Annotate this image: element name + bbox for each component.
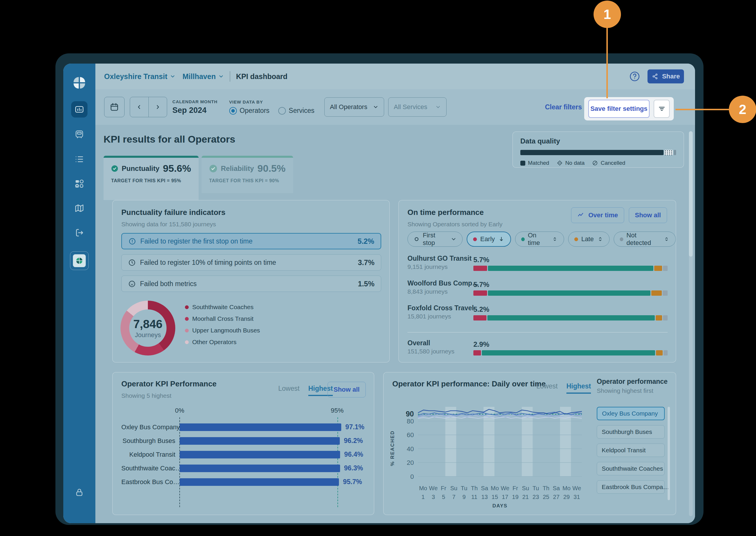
cancelled-icon [592,160,598,166]
failure-row-first-stop[interactable]: Failed to register the first stop on tim… [121,233,381,249]
kpi-show-all-button[interactable]: Show all [327,382,366,397]
services-select[interactable]: All Services [388,97,447,117]
nav-list-icon[interactable] [71,151,87,167]
x-axis-day-numbers: 135791113151719212325272931 [418,494,582,500]
daily-lowest-toggle[interactable]: Lowest [536,382,558,394]
tab-reliability[interactable]: Reliability 90.5% TARGET FOR THIS KPI = … [201,156,293,193]
data-quality-bar [520,150,676,155]
check-circle-icon [209,164,217,173]
operator-name: Foxfold Cross Travel [407,304,470,312]
operator-panel-title: Operator performance [597,378,668,385]
kpi-bar-row: Southburgh Buses96.2% [121,434,366,448]
filter-settings-button[interactable] [654,100,670,118]
next-month-button[interactable] [149,97,167,117]
bar-segment [664,350,668,355]
calendar-icon [110,102,119,112]
on-time-dot-icon [521,237,525,241]
nav-vehicle-icon[interactable] [71,126,87,142]
legend-dot [185,329,189,332]
failure-row-both-metrics[interactable]: Failed both metrics 1.5% [121,276,381,292]
on-time-chip[interactable]: On time [515,232,564,247]
help-button[interactable] [628,70,641,83]
operators-select[interactable]: All Operators [324,97,384,117]
otp-row-foxfold: Foxfold Cross Travel 15,801 journeys 5.2… [407,302,668,320]
operators-radio[interactable]: Operators [229,107,269,115]
y-tick-label: 20 [407,459,414,467]
donut-legend: Souththwaite Coaches Moorhall Cross Tran… [185,301,260,348]
nav-analytics-icon[interactable] [71,101,87,117]
late-chip[interactable]: Late [568,232,609,247]
lowest-toggle[interactable]: Lowest [278,385,299,396]
filter-icon [658,105,666,113]
otp-row-oulhurst: Oulhurst GO Transit 9,151 journeys 5.7% [407,253,668,271]
operator-label: Southburgh Buses [121,437,175,445]
operator-panel-subtitle: Showing highest first [597,387,668,394]
x-axis-label: DAYS [418,503,582,509]
clear-filters-link[interactable]: Clear filters [545,103,582,111]
breadcrumb-region[interactable]: Oxleyshire Transit [104,72,176,81]
share-button[interactable]: Share [647,69,684,84]
day-name-tick: Fr [510,485,520,492]
bar-track: 96.2% [180,437,366,445]
nav-categories-icon[interactable] [71,176,87,192]
lock-icon[interactable] [71,484,87,500]
breadcrumb-area[interactable]: Millhaven [183,72,224,81]
dq-matched-segment [520,150,664,155]
filter-bar: CALENDAR MONTH Sep 2024 VIEW DATA BY Ope… [95,89,695,125]
data-quality-card: Data quality Matched No data Cancelled [512,131,684,168]
prev-month-button[interactable] [130,97,149,117]
clock-icon [128,259,136,267]
day-name-tick: Sa [551,485,562,492]
operator-list-item[interactable]: Eastbrook Bus Compa… [597,480,665,494]
early-percent: 5.7% [473,281,489,289]
legend-item-matched: Matched [520,160,549,166]
kpi-bar-value: 96.4% [344,451,363,458]
x-axis-day-names: MoWeFrSuTuThSaMoWeFrSuTuThSaMoWe [418,485,582,492]
window-scrollbar-thumb[interactable] [689,131,693,257]
day-number-tick: 11 [469,494,479,500]
nav-logout-icon[interactable] [71,224,87,241]
partner-app-button[interactable] [70,251,89,270]
chevron-down-icon [451,236,457,242]
operator-list-scrollbar[interactable] [668,407,670,500]
kpi-bar [180,437,340,445]
on-time-performance-card: On time performance Showing Operators so… [398,200,676,362]
month-nav [130,97,167,117]
tab-punctuality[interactable]: Punctuality 95.6% TARGET FOR THIS KPI = … [104,156,199,200]
legend-label: Moorhall Cross Transit [192,315,254,322]
first-stop-chip[interactable]: First stop [407,232,463,247]
nav-map-icon[interactable] [71,200,87,217]
over-time-button[interactable]: Over time [571,207,624,223]
y-tick-label: 80 [407,418,414,425]
daily-highest-toggle[interactable]: Highest [567,382,591,394]
otp-show-all-button[interactable]: Show all [629,207,667,223]
operator-list-item[interactable]: Souththwaite Coaches [597,462,665,475]
operator-journeys: 15,801 journeys [407,313,451,320]
legend-item: Moorhall Cross Transit [185,313,260,324]
save-filter-settings-button[interactable]: Save filter settings [588,100,650,118]
failure-row-timing-points[interactable]: Failed to register 10% of timing points … [121,254,381,271]
callout-2-badge: 2 [729,96,756,123]
calendar-button[interactable] [104,97,124,117]
legend-label: Souththwaite Coaches [192,304,254,311]
otp-row-woolford: Woolford Bus Comp… 8,843 journeys 5.7% [407,278,668,296]
operator-list-item[interactable]: Southburgh Buses [597,425,665,439]
legend-dot [185,340,189,344]
sidebar [63,64,95,523]
axis-0-label: 0% [175,407,184,415]
early-chip[interactable]: Early [467,232,511,247]
operator-journeys: 8,843 journeys [407,288,448,295]
kpi-bar-row: Eastbrook Bus Co…95.7% [121,475,366,489]
dq-cancelled-segment [674,150,676,155]
legend-item: Other Operators [185,336,260,348]
operator-list-item[interactable]: Keldpool Transit [597,444,665,457]
not-detected-chip[interactable]: Not detected [614,232,676,247]
failure-indicators-card: Punctuality failure indicators Showing d… [112,200,390,362]
axis-95-label: 95% [331,407,344,415]
operator-list-item[interactable]: Oxley Bus Company [597,407,665,420]
y-axis-label: % REACHED [388,416,397,480]
data-quality-title: Data quality [520,137,676,145]
operator-journeys: 9,151 journeys [407,263,448,270]
services-radio[interactable]: Services [278,107,314,115]
matched-swatch-icon [520,161,525,166]
